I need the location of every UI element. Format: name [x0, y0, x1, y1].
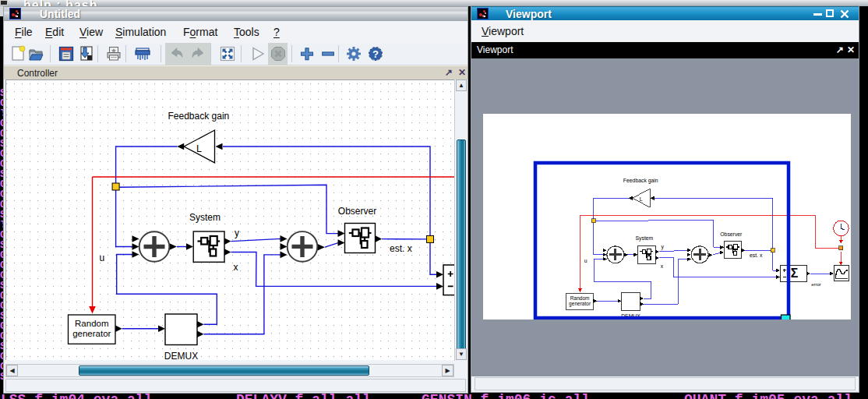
svg-text:?: ? — [372, 48, 379, 60]
